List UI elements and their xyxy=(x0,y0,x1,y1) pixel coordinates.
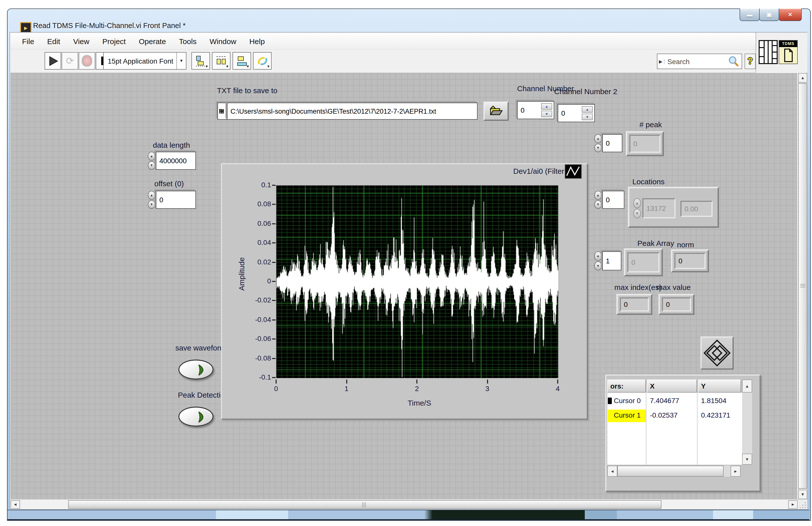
spin-down-icon[interactable]: ▼ xyxy=(594,261,602,270)
spin-down-icon[interactable]: ▼ xyxy=(148,200,155,209)
spin-up-icon[interactable]: ▲ xyxy=(582,106,593,112)
txt-file-path-field[interactable]: C:\Users\smsl-song\Documents\GE\Test\201… xyxy=(227,103,478,120)
scroll-left-button[interactable]: ◄ xyxy=(11,500,20,509)
cursor-scroll-left-button[interactable]: ◄ xyxy=(607,466,617,477)
run-continuously-button[interactable]: ⟳ xyxy=(62,52,78,70)
cursor-movement-button[interactable] xyxy=(700,336,734,370)
spin-down-icon[interactable]: ▼ xyxy=(582,114,593,120)
cursor-scroll-down-button[interactable]: ▼ xyxy=(742,454,752,465)
cursor-row-x[interactable]: -0.02537 xyxy=(650,411,678,419)
chevron-down-icon[interactable]: ▼ xyxy=(176,52,186,69)
spin-up-icon[interactable]: ▲ xyxy=(148,152,155,161)
horizontal-scroll-thumb[interactable] xyxy=(68,500,662,509)
menu-item-help[interactable]: Help xyxy=(243,37,271,45)
channel-number-2-spinner[interactable]: ▲▼ xyxy=(582,106,593,120)
scroll-down-button[interactable]: ▼ xyxy=(798,490,807,499)
num-peak-index-field[interactable]: 0 xyxy=(602,134,622,152)
plot-legend-label[interactable]: Dev1/ai0 (Filter xyxy=(476,167,564,175)
waveform-glyph-icon xyxy=(565,165,581,178)
locations-index-spinner[interactable]: ▲▼ xyxy=(594,191,602,209)
menu-item-operate[interactable]: Operate xyxy=(132,37,172,45)
num-peak-indicator: 0 xyxy=(626,131,664,156)
abort-button[interactable] xyxy=(79,52,95,70)
run-button[interactable] xyxy=(45,52,61,70)
save-waveform-button[interactable] xyxy=(178,360,214,379)
peak-array-index-spinner[interactable]: ▲▼ xyxy=(594,251,602,270)
vertical-scroll-thumb[interactable] xyxy=(798,83,807,489)
menu-item-window[interactable]: Window xyxy=(203,37,243,45)
tdms-file-icon[interactable]: TDMS xyxy=(779,40,798,64)
cursor-table-header-x[interactable]: X xyxy=(647,379,697,393)
channel-number-spinner[interactable]: ▲▼ xyxy=(541,103,552,117)
plot-legend-icon[interactable] xyxy=(565,164,582,179)
help-button[interactable]: ? xyxy=(744,54,756,69)
menu-item-edit[interactable]: Edit xyxy=(41,37,67,45)
cursor-hscroll-thumb[interactable] xyxy=(617,466,724,477)
cursor-row-x[interactable]: 7.404677 xyxy=(650,396,679,405)
title-bar[interactable]: ▶ Read TDMS File-Multi-Channel.vi Front … xyxy=(7,9,810,32)
channel-number-2-value: 0 xyxy=(561,109,565,117)
minimize-button[interactable]: ▬ xyxy=(740,9,760,21)
offset-field[interactable]: 0 xyxy=(156,191,196,209)
channel-number-2-field[interactable]: 0 ▲▼ xyxy=(558,104,595,122)
search-input[interactable]: ▶ Search xyxy=(657,54,742,69)
cursor0-marker-icon xyxy=(608,397,612,404)
menu-item-project[interactable]: Project xyxy=(96,37,132,45)
align-objects-button[interactable]: ▼ xyxy=(191,52,210,70)
search-dropdown-icon[interactable]: ▶ xyxy=(657,59,664,64)
peak-array-index-field[interactable]: 1 xyxy=(602,251,621,270)
font-selector-value: 15pt Application Font xyxy=(104,57,176,65)
num-peak-label: # peak xyxy=(639,120,662,129)
menu-item-tools[interactable]: Tools xyxy=(172,37,203,45)
locations-index-field[interactable]: 0 xyxy=(602,191,624,209)
spin-down-icon[interactable]: ▼ xyxy=(594,200,602,209)
menu-item-view[interactable]: View xyxy=(67,37,96,45)
resize-grip[interactable] xyxy=(799,500,807,509)
spin-up-icon[interactable]: ▲ xyxy=(594,134,602,143)
scroll-right-button[interactable]: ► xyxy=(788,500,798,509)
cursor-table-header-y[interactable]: Y xyxy=(698,379,741,393)
spin-up-icon[interactable]: ▲ xyxy=(594,251,602,261)
data-length-spinner[interactable]: ▲▼ xyxy=(148,152,155,170)
max-index-label: max index(es) xyxy=(614,283,662,291)
reorder-objects-button[interactable]: ▼ xyxy=(253,52,272,70)
folder-icon xyxy=(489,105,504,118)
y-tick-label: -0.08 xyxy=(243,354,271,362)
cursor-table-header-name[interactable]: ors: xyxy=(607,379,646,393)
locations-cluster-spinner: ▲▼ xyxy=(633,198,641,218)
spin-down-icon[interactable]: ▼ xyxy=(148,161,155,170)
distribute-objects-button[interactable]: ▼ xyxy=(212,52,231,70)
scroll-up-button[interactable]: ▲ xyxy=(798,73,807,82)
cursor-row-y[interactable]: 1.81504 xyxy=(701,396,726,405)
waveform-plot[interactable] xyxy=(276,185,558,378)
spin-down-icon[interactable]: ▼ xyxy=(541,111,552,117)
spin-down-icon[interactable]: ▼ xyxy=(594,144,602,152)
data-length-field[interactable]: 4000000 xyxy=(156,152,196,170)
y-tick-label: -0.04 xyxy=(243,315,271,324)
channel-number-field[interactable]: 0 ▲▼ xyxy=(517,101,554,119)
cursor-row-y[interactable]: 0.423171 xyxy=(701,411,730,419)
cursor-scroll-right-button[interactable]: ► xyxy=(730,466,741,477)
spin-up-icon[interactable]: ▲ xyxy=(594,191,602,199)
peak-detection-button[interactable] xyxy=(178,407,214,426)
menu-item-file[interactable]: File xyxy=(16,37,41,45)
resize-objects-button[interactable]: ▼ xyxy=(232,52,251,70)
connector-pane-icon[interactable] xyxy=(759,40,778,64)
close-icon: ✕ xyxy=(788,11,793,18)
x-tick-label: 4 xyxy=(547,385,569,393)
maximize-button[interactable]: ▣ xyxy=(759,9,779,21)
window-frame-bottom xyxy=(8,510,809,520)
peak-array-indicator: 0 xyxy=(624,249,663,276)
cursor-row-name[interactable]: Cursor 0 xyxy=(614,396,641,405)
x-tick-mark xyxy=(276,379,277,384)
cursor-scroll-up-button[interactable]: ▲ xyxy=(742,379,752,393)
offset-spinner[interactable]: ▲▼ xyxy=(148,191,155,209)
spin-up-icon[interactable]: ▲ xyxy=(541,103,552,110)
menu-bar: FileEditViewProjectOperateToolsWindowHel… xyxy=(11,33,756,49)
close-button[interactable]: ✕ xyxy=(779,9,802,21)
num-peak-index-spinner[interactable]: ▲▼ xyxy=(594,134,602,152)
browse-folder-button[interactable] xyxy=(483,102,509,121)
font-selector[interactable]: 15pt Application Font ▼ xyxy=(103,52,186,70)
cursor-row-name[interactable]: Cursor 1 xyxy=(614,411,641,419)
spin-up-icon[interactable]: ▲ xyxy=(148,191,155,199)
